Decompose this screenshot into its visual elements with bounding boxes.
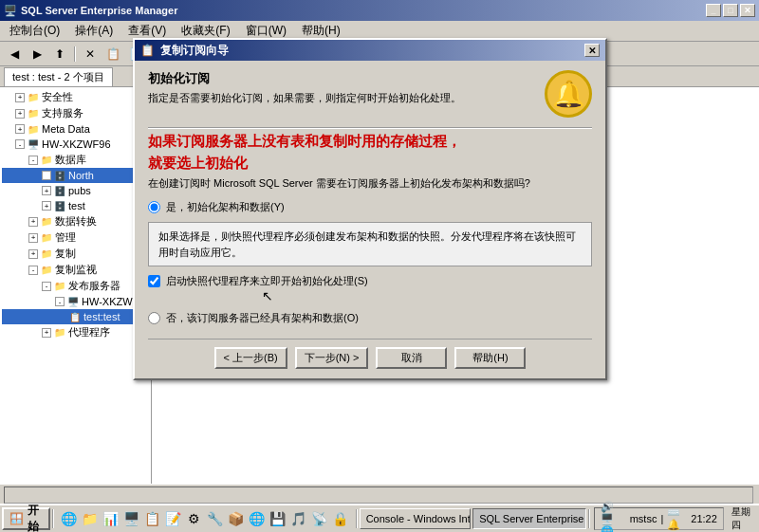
quick-app9[interactable]: 💾 xyxy=(268,509,287,528)
help-button[interactable]: 帮助(H) xyxy=(454,347,526,369)
quick-app10[interactable]: 🎵 xyxy=(289,509,308,528)
action-btn2[interactable]: 📋 xyxy=(102,45,123,64)
expand-agent[interactable]: + xyxy=(42,328,51,338)
dialog-highlight-line2: 就要选上初始化 xyxy=(148,155,592,173)
checkbox-start[interactable] xyxy=(148,275,160,287)
minimize-btn[interactable]: _ xyxy=(706,4,721,17)
titlebar-controls: _ □ ✕ xyxy=(706,4,755,17)
dialog-buttons: < 上一步(B) 下一步(N) > 取消 帮助(H) xyxy=(148,339,592,369)
tree-item-testtest[interactable]: 📋 test:test xyxy=(2,309,149,324)
cancel-button[interactable]: 取消 xyxy=(376,347,447,369)
quick-app12[interactable]: 🔒 xyxy=(331,509,350,528)
db-icon-test: 🗄️ xyxy=(53,199,66,212)
close-btn[interactable]: ✕ xyxy=(740,4,755,17)
quick-ie[interactable]: 🌐 xyxy=(60,509,79,528)
systray: 🔊 🖥️ 🌐 mstsc | ⌨️ 🔔 21:22 xyxy=(594,507,723,530)
action-btn1[interactable]: ✕ xyxy=(80,45,101,64)
dialog-close-btn[interactable]: ✕ xyxy=(584,44,600,57)
quick-app11[interactable]: 📡 xyxy=(310,509,329,528)
sub-icon-testtest: 📋 xyxy=(68,310,82,323)
quick-app8[interactable]: 🌐 xyxy=(248,509,267,528)
quick-app2[interactable]: 🖥️ xyxy=(122,509,141,528)
expand-databases[interactable]: - xyxy=(28,156,38,165)
expand-repmonitor[interactable]: - xyxy=(28,266,38,275)
folder-icon-databases: 📁 xyxy=(40,154,53,167)
dialog-title: 复制订阅向导 xyxy=(160,43,229,59)
db-icon-north: 🗄️ xyxy=(53,169,66,182)
folder-icon-manage: 📁 xyxy=(40,231,53,245)
dialog-question: 在创建订阅时 Microsoft SQL Server 需要在订阅服务器上初始化… xyxy=(148,176,592,191)
tree-item-databases[interactable]: - 📁 数据库 xyxy=(2,152,149,168)
folder-icon-agent: 📁 xyxy=(53,326,66,339)
forward-btn[interactable]: ▶ xyxy=(27,45,47,64)
quick-app6[interactable]: 🔧 xyxy=(206,509,225,528)
tab-active[interactable]: test : test - 2 个项目 xyxy=(4,67,113,86)
expand-replicate[interactable]: + xyxy=(28,249,38,259)
expand-datatrans[interactable]: + xyxy=(28,217,38,227)
tree-item-pubserver[interactable]: - 📁 发布服务器 xyxy=(2,278,149,294)
menu-action[interactable]: 操作(A) xyxy=(69,21,119,41)
systray-mstsc: mstsc xyxy=(630,513,657,524)
radio-yes-label[interactable]: 是，初始化架构和数据(Y) xyxy=(166,200,285,214)
radio-yes[interactable] xyxy=(148,201,160,213)
tree-item-north[interactable]: + 🗄️ North xyxy=(2,168,149,183)
tree-item-hw[interactable]: - 🖥️ HW-XKZWF96 xyxy=(2,137,149,152)
tree-item-hwga830[interactable]: - 🖥️ HW-XKZWF96GA830 xyxy=(2,294,149,309)
start-button[interactable]: 🪟 开始 xyxy=(2,507,50,530)
tree-item-security[interactable]: + 📁 安全性 xyxy=(2,89,149,105)
radio-no[interactable] xyxy=(148,312,160,324)
expand-security[interactable]: + xyxy=(15,93,25,102)
back-button[interactable]: < 上一步(B) xyxy=(214,347,287,369)
menu-console[interactable]: 控制台(O) xyxy=(4,21,65,41)
tree-item-datatrans[interactable]: + 📁 数据转换 xyxy=(2,213,149,229)
tree-item-repmonitor[interactable]: - 📁 复制监视 xyxy=(2,262,149,278)
server-icon-hwga830: 🖥️ xyxy=(66,295,80,308)
tree-item-agent[interactable]: + 📁 代理程序 xyxy=(2,324,149,340)
up-btn[interactable]: ⬆ xyxy=(49,45,70,64)
expand-manage[interactable]: + xyxy=(28,233,38,243)
tree-item-meta[interactable]: + 📁 Meta Data xyxy=(2,121,149,137)
systray-clock: 21:22 xyxy=(691,513,717,524)
dialog-highlight-line1: 如果订阅服务器上没有表和复制时用的存储过程， xyxy=(148,133,592,151)
dialog-header-row: 初始化订阅 指定是否需要初始化订阅，如果需要，则指定何时开始初始化处理。 🔔 xyxy=(148,70,592,118)
task-console[interactable]: Console - Windows Inter... xyxy=(360,508,472,529)
back-btn[interactable]: ◀ xyxy=(4,45,25,64)
quick-app3[interactable]: 📋 xyxy=(143,509,162,528)
dialog-icon-small: 📋 xyxy=(140,44,155,57)
systray-icons2: ⌨️ 🔔 xyxy=(667,506,683,531)
expand-meta[interactable]: + xyxy=(15,124,25,134)
expand-north[interactable]: + xyxy=(42,171,51,180)
folder-icon-meta: 📁 xyxy=(27,122,40,136)
expand-pubserver[interactable]: - xyxy=(42,282,51,291)
folder-icon-support: 📁 xyxy=(27,107,40,120)
taskbar: 🪟 开始 🌐 📁 📊 🖥️ 📋 📝 ⚙ 🔧 📦 🌐 💾 🎵 📡 🔒 Consol… xyxy=(0,504,759,532)
tree-item-support[interactable]: + 📁 支持服务 xyxy=(2,105,149,121)
checkbox-label[interactable]: 启动快照代理程序来立即开始初始化处理(S) xyxy=(166,274,368,288)
folder-icon-datatrans: 📁 xyxy=(40,215,53,229)
folder-icon-security: 📁 xyxy=(27,91,40,104)
task-sqlserver[interactable]: SQL Server Enterprise M... xyxy=(472,508,586,529)
tree-item-test[interactable]: + 🗄️ test xyxy=(2,198,149,213)
expand-test[interactable]: + xyxy=(42,201,51,211)
windows-logo: 🪟 xyxy=(9,512,24,525)
quick-folder[interactable]: 📁 xyxy=(81,509,100,528)
folder-icon-replicate: 📁 xyxy=(40,248,53,261)
quick-app4[interactable]: 📝 xyxy=(164,509,183,528)
radio-no-label[interactable]: 否，该订阅服务器已经具有架构和数据(O) xyxy=(166,311,359,325)
expand-hwga830[interactable]: - xyxy=(55,297,65,306)
tree-item-manage[interactable]: + 📁 管理 xyxy=(2,229,149,246)
expand-pubs[interactable]: + xyxy=(42,186,51,195)
quick-app5[interactable]: ⚙ xyxy=(185,509,204,528)
radio-no-option: 否，该订阅服务器已经具有架构和数据(O) xyxy=(148,311,592,325)
start-label: 开始 xyxy=(28,503,43,532)
dialog-icon: 🔔 xyxy=(545,70,592,118)
maximize-btn[interactable]: □ xyxy=(723,4,738,17)
tree-item-pubs[interactable]: + 🗄️ pubs xyxy=(2,183,149,198)
tree-item-replicate[interactable]: + 📁 复制 xyxy=(2,246,149,262)
quick-app7[interactable]: 📦 xyxy=(227,509,246,528)
next-button[interactable]: 下一步(N) > xyxy=(295,347,369,369)
quick-app1[interactable]: 📊 xyxy=(102,509,120,528)
expand-support[interactable]: + xyxy=(15,109,25,119)
folder-icon-repmonitor: 📁 xyxy=(40,264,53,277)
expand-hw[interactable]: - xyxy=(15,139,25,149)
